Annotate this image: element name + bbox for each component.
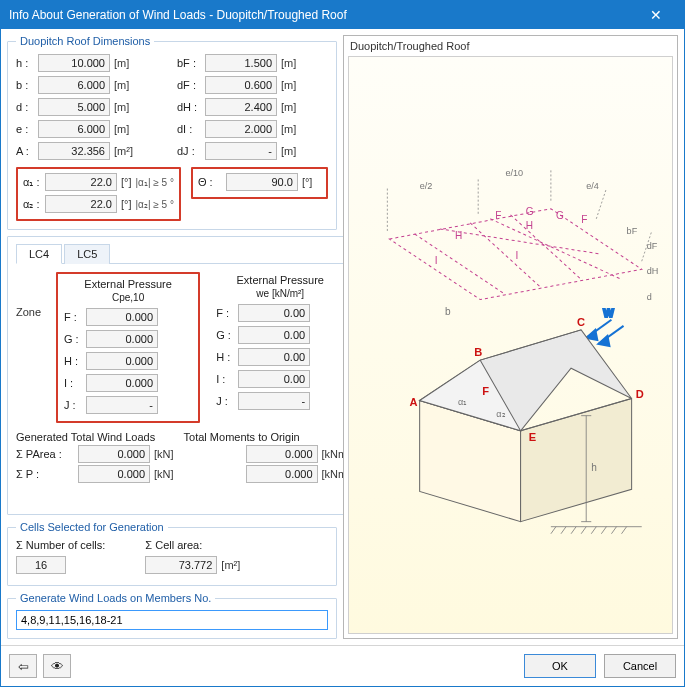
unit-pArea: [kN]: [154, 448, 174, 460]
unit-p: [kN]: [154, 468, 174, 480]
val-we-F: 0.00: [238, 304, 310, 322]
svg-line-53: [571, 527, 576, 534]
svg-line-2: [490, 219, 621, 280]
lbl-dJ: dJ :: [177, 145, 205, 157]
svg-text:F: F: [482, 385, 489, 397]
tab-lc4[interactable]: LC4: [16, 244, 62, 264]
svg-text:A: A: [410, 396, 418, 408]
svg-line-54: [581, 527, 586, 534]
lbl-cpe-H: H :: [64, 355, 86, 367]
unit-theta: [°]: [302, 176, 313, 188]
lbl-dI: dI :: [177, 123, 205, 135]
val-we-I: 0.00: [238, 370, 310, 388]
svg-text:I: I: [516, 250, 519, 261]
val-we-J: -: [238, 392, 310, 410]
svg-text:e/10: e/10: [505, 168, 523, 178]
diagram-body: HH FGGF II e/2e/10e/4 dFdHd bF: [348, 56, 673, 634]
svg-text:dH: dH: [647, 266, 659, 276]
lbl-we-H: H :: [216, 351, 238, 363]
ok-button[interactable]: OK: [524, 654, 596, 678]
lbl-b: b :: [16, 79, 38, 91]
val-cpe-I: 0.000: [86, 374, 158, 392]
unit-e: [m]: [114, 123, 129, 135]
val-dF: 0.600: [205, 76, 277, 94]
val-A: 32.356: [38, 142, 110, 160]
val-cpe-F: 0.000: [86, 308, 158, 326]
svg-text:e/2: e/2: [420, 181, 433, 191]
val-h: 10.000: [38, 54, 110, 72]
group-pressures: LC4 LC5 Zone External Pressure Cpe,10 F …: [7, 236, 359, 515]
zone-header: Zone: [16, 306, 46, 318]
svg-text:h: h: [591, 462, 597, 473]
val-theta: 90.0: [226, 173, 298, 191]
val-d: 5.000: [38, 98, 110, 116]
val-m2: 0.000: [246, 465, 318, 483]
svg-text:E: E: [529, 431, 536, 443]
svg-text:H: H: [455, 230, 462, 241]
group-members-title: Generate Wind Loads on Members No.: [16, 592, 215, 604]
lbl-a1: α₁ :: [23, 176, 45, 189]
svg-text:D: D: [636, 388, 644, 400]
group-cells-title: Cells Selected for Generation: [16, 521, 168, 533]
view-button[interactable]: 👁: [43, 654, 71, 678]
val-e: 6.000: [38, 120, 110, 138]
cells-num-label: Σ Number of cells:: [16, 539, 105, 551]
close-icon[interactable]: ✕: [636, 7, 676, 23]
lbl-dH: dH :: [177, 101, 205, 113]
svg-line-5: [415, 234, 506, 295]
tabstrip: LC4 LC5: [16, 243, 350, 264]
lbl-cpe-I: I :: [64, 377, 86, 389]
val-cpe-J: -: [86, 396, 158, 414]
svg-line-51: [551, 527, 556, 534]
tab-lc5[interactable]: LC5: [64, 244, 110, 264]
val-b: 6.000: [38, 76, 110, 94]
arrow-left-icon: ⇦: [18, 659, 29, 674]
val-bF: 1.500: [205, 54, 277, 72]
diagram-panel: Duopitch/Troughed Roof H: [343, 35, 678, 639]
unit-A: [m²]: [114, 145, 133, 157]
group-dimensions-title: Duopitch Roof Dimensions: [16, 35, 154, 47]
val-dI: 2.000: [205, 120, 277, 138]
lbl-dF: dF :: [177, 79, 205, 91]
unit-a1: [°]: [121, 176, 132, 188]
svg-line-55: [591, 527, 596, 534]
roof-diagram-icon: HH FGGF II e/2e/10e/4 dFdHd bF: [349, 57, 672, 633]
cancel-button[interactable]: Cancel: [604, 654, 676, 678]
unit-bF: [m]: [281, 57, 296, 69]
back-button[interactable]: ⇦: [9, 654, 37, 678]
svg-text:H: H: [526, 220, 533, 231]
svg-text:B: B: [474, 346, 482, 358]
svg-text:dF: dF: [647, 241, 658, 251]
svg-text:W: W: [603, 307, 614, 319]
svg-text:d: d: [647, 292, 652, 302]
svg-text:F: F: [495, 210, 501, 221]
svg-line-58: [622, 527, 627, 534]
group-cells: Cells Selected for Generation Σ Number o…: [7, 521, 337, 586]
window-title: Info About Generation of Wind Loads - Du…: [9, 8, 347, 22]
val-a1: 22.0: [45, 173, 117, 191]
svg-text:C: C: [577, 316, 585, 328]
svg-line-1: [440, 229, 602, 254]
svg-text:α₁: α₁: [458, 397, 467, 407]
lbl-cpe-F: F :: [64, 311, 86, 323]
svg-text:F: F: [581, 214, 587, 225]
lbl-A: A :: [16, 145, 38, 157]
members-input[interactable]: [16, 610, 328, 630]
val-we-G: 0.00: [238, 326, 310, 344]
note-a1: |α₁| ≥ 5 °: [136, 177, 174, 188]
lbl-bF: bF :: [177, 57, 205, 69]
svg-text:I: I: [435, 255, 438, 266]
lbl-we-F: F :: [216, 307, 238, 319]
lbl-a2: α₂ :: [23, 198, 45, 211]
cells-area-unit: [m²]: [221, 559, 240, 571]
svg-text:G: G: [556, 210, 564, 221]
highlight-theta: Θ :90.0[°]: [191, 167, 328, 199]
svg-text:G: G: [526, 206, 534, 217]
unit-h: [m]: [114, 57, 129, 69]
val-dJ: -: [205, 142, 277, 160]
cells-area: 73.772: [145, 556, 217, 574]
we-sub: we [kN/m²]: [216, 288, 344, 299]
svg-text:α₂: α₂: [496, 409, 505, 419]
lbl-p: Σ P :: [16, 468, 78, 480]
cells-area-label: Σ Cell area:: [145, 539, 240, 551]
